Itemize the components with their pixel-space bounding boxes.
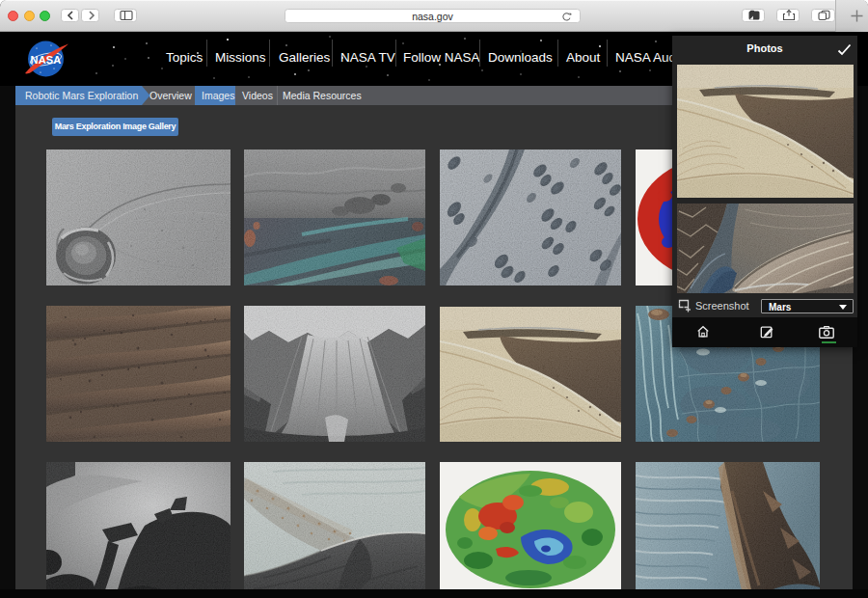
svg-text:NASA: NASA xyxy=(31,54,62,66)
